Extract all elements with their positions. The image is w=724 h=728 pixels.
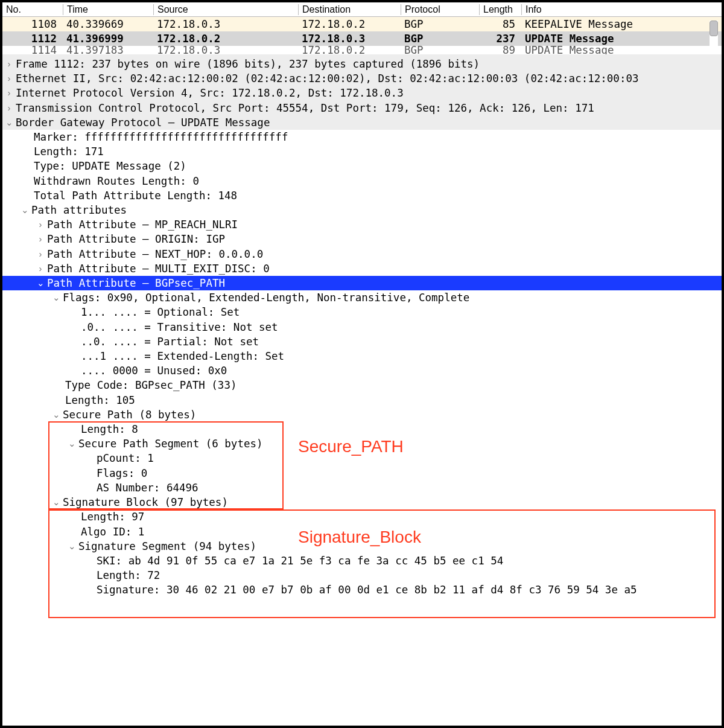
cell-dst: 172.18.0.2 <box>298 46 401 54</box>
chevron-down-icon <box>18 203 31 217</box>
sig-ski[interactable]: SKI: ab 4d 91 0f 55 ca e7 1a 21 5e f3 ca… <box>2 554 722 568</box>
detail-text: Signature Segment (94 bytes) <box>78 540 256 552</box>
bgpsec-flags[interactable]: Flags: 0x90, Optional, Extended-Length, … <box>2 290 722 305</box>
detail-text: Path Attribute – MULTI_EXIT_DISC: 0 <box>47 263 270 275</box>
sigblock-length[interactable]: Length: 97 <box>2 509 722 524</box>
col-destination[interactable]: Destination <box>298 4 401 15</box>
cell-time: 41.397183 <box>63 46 153 54</box>
chevron-down-icon <box>65 539 78 554</box>
flag-transitive[interactable]: .0.. .... = Transitive: Not set <box>2 320 722 334</box>
detail-text: Internet Protocol Version 4, Src: 172.18… <box>16 87 404 99</box>
chevron-down-icon <box>2 115 16 130</box>
chevron-down-icon <box>49 495 63 509</box>
cell-info: KEEPALIVE Message <box>521 18 722 30</box>
cell-time: 40.339669 <box>63 18 153 30</box>
secure-path-length[interactable]: Length: 8 <box>2 422 722 436</box>
ethernet-summary[interactable]: Ethernet II, Src: 02:42:ac:12:00:02 (02:… <box>2 71 722 86</box>
detail-text: Path Attribute – ORIGIN: IGP <box>47 233 225 245</box>
pa-bgpsec-path[interactable]: Path Attribute – BGPsec_PATH <box>2 276 722 290</box>
col-time[interactable]: Time <box>63 4 153 15</box>
table-row[interactable]: 1108 40.339669 172.18.0.3 172.18.0.2 BGP… <box>2 17 722 31</box>
bgp-marker[interactable]: Marker: ffffffffffffffffffffffffffffffff <box>2 130 722 144</box>
detail-text: Length: 97 <box>81 511 144 523</box>
cell-no: 1114 <box>2 46 63 54</box>
chevron-right-icon <box>2 101 16 115</box>
signature-block[interactable]: Signature Block (97 bytes) <box>2 495 722 509</box>
col-protocol[interactable]: Protocol <box>401 4 479 15</box>
chevron-right-icon <box>34 232 47 246</box>
detail-text: Type: UPDATE Message (2) <box>34 160 186 172</box>
detail-text: Path Attribute – BGPsec_PATH <box>47 277 225 289</box>
detail-text: Signature Block (97 bytes) <box>63 496 228 508</box>
annotation-label-secure-path: Secure_PATH <box>298 437 404 456</box>
detail-text: SKI: ab 4d 91 0f 55 ca e7 1a 21 5e f3 ca… <box>97 555 503 567</box>
bgp-totalpath[interactable]: Total Path Attribute Length: 148 <box>2 188 722 203</box>
detail-text: Withdrawn Routes Length: 0 <box>34 175 199 187</box>
detail-text: Length: 105 <box>65 394 135 406</box>
bgp-type[interactable]: Type: UPDATE Message (2) <box>2 159 722 173</box>
table-row[interactable]: 1114 41.397183 172.18.0.3 172.18.0.2 BGP… <box>2 46 722 54</box>
chevron-right-icon <box>2 71 16 86</box>
sig-value[interactable]: Signature: 30 46 02 21 00 e7 b7 0b af 00… <box>2 583 722 597</box>
chevron-down-icon <box>34 276 47 290</box>
flag-partial[interactable]: ..0. .... = Partial: Not set <box>2 334 722 349</box>
path-attributes[interactable]: Path attributes <box>2 203 722 217</box>
annotation-label-signature-block: Signature_Block <box>298 528 421 547</box>
col-no[interactable]: No. <box>2 4 63 15</box>
cell-len: 85 <box>479 18 521 30</box>
table-row-selected[interactable]: 1112 41.396999 172.18.0.2 172.18.0.3 BGP… <box>2 31 722 46</box>
secure-path[interactable]: Secure Path (8 bytes) <box>2 407 722 422</box>
ip-summary[interactable]: Internet Protocol Version 4, Src: 172.18… <box>2 86 722 100</box>
detail-text: Border Gateway Protocol – UPDATE Message <box>16 117 270 129</box>
cell-len: 89 <box>479 46 521 54</box>
detail-text: Frame 1112: 237 bytes on wire (1896 bits… <box>16 58 480 70</box>
flag-extlen[interactable]: ...1 .... = Extended-Length: Set <box>2 349 722 363</box>
frame-summary[interactable]: Frame 1112: 237 bytes on wire (1896 bits… <box>2 57 722 71</box>
detail-text: 1... .... = Optional: Set <box>81 306 240 318</box>
cell-info: UPDATE Message <box>521 46 722 54</box>
detail-text: Length: 171 <box>34 145 104 158</box>
cell-src: 172.18.0.3 <box>153 18 298 30</box>
detail-text: Marker: ffffffffffffffffffffffffffffffff <box>34 131 288 143</box>
flag-unused[interactable]: .... 0000 = Unused: 0x0 <box>2 363 722 378</box>
bgp-withdrawn[interactable]: Withdrawn Routes Length: 0 <box>2 174 722 188</box>
detail-text: Path Attribute – NEXT_HOP: 0.0.0.0 <box>47 248 263 260</box>
col-length[interactable]: Length <box>479 4 521 15</box>
chevron-right-icon <box>34 247 47 261</box>
chevron-down-icon <box>49 407 63 422</box>
detail-text: Path attributes <box>31 204 127 216</box>
detail-text: ..0. .... = Partial: Not set <box>81 336 259 348</box>
cell-proto: BGP <box>401 46 479 54</box>
detail-text: Path Attribute – MP_REACH_NLRI <box>47 219 238 231</box>
cell-len: 237 <box>479 33 521 45</box>
sig-length[interactable]: Length: 72 <box>2 568 722 583</box>
detail-text: Length: 72 <box>97 569 160 581</box>
cell-proto: BGP <box>401 33 479 45</box>
detail-text: AS Number: 64496 <box>97 482 198 494</box>
flag-optional[interactable]: 1... .... = Optional: Set <box>2 305 722 319</box>
vertical-scrollbar[interactable] <box>710 21 718 54</box>
chevron-right-icon <box>2 57 16 71</box>
col-source[interactable]: Source <box>153 4 298 15</box>
detail-text: Secure Path Segment (6 bytes) <box>78 438 263 450</box>
col-info[interactable]: Info <box>521 4 722 15</box>
sp-flags[interactable]: Flags: 0 <box>2 466 722 481</box>
detail-text: Total Path Attribute Length: 148 <box>34 190 237 202</box>
chevron-right-icon <box>34 261 47 276</box>
packet-details: Frame 1112: 237 bytes on wire (1896 bits… <box>2 54 722 598</box>
detail-text: .0.. .... = Transitive: Not set <box>81 321 278 333</box>
pa-mp-reach-nlri[interactable]: Path Attribute – MP_REACH_NLRI <box>2 217 722 232</box>
bgpsec-length[interactable]: Length: 105 <box>2 393 722 407</box>
pa-next-hop[interactable]: Path Attribute – NEXT_HOP: 0.0.0.0 <box>2 247 722 261</box>
detail-text: Ethernet II, Src: 02:42:ac:12:00:02 (02:… <box>16 72 639 85</box>
bgp-length[interactable]: Length: 171 <box>2 144 722 159</box>
bgpsec-typecode[interactable]: Type Code: BGPsec_PATH (33) <box>2 378 722 392</box>
pa-med[interactable]: Path Attribute – MULTI_EXIT_DISC: 0 <box>2 261 722 276</box>
chevron-right-icon <box>34 217 47 232</box>
sp-asnum[interactable]: AS Number: 64496 <box>2 481 722 495</box>
pa-origin[interactable]: Path Attribute – ORIGIN: IGP <box>2 232 722 246</box>
detail-text: Secure Path (8 bytes) <box>63 409 196 421</box>
tcp-summary[interactable]: Transmission Control Protocol, Src Port:… <box>2 101 722 115</box>
bgp-summary[interactable]: Border Gateway Protocol – UPDATE Message <box>2 115 722 130</box>
cell-dst: 172.18.0.2 <box>298 18 401 30</box>
